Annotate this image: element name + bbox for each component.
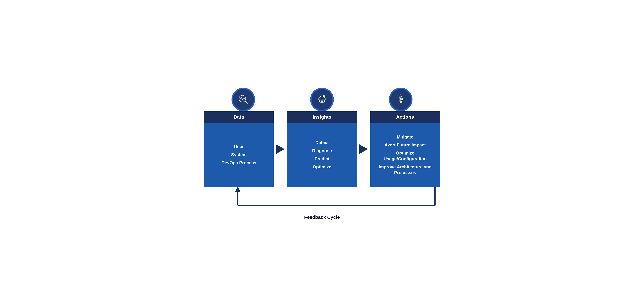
svg-marker-29 — [235, 187, 240, 192]
svg-line-20 — [402, 100, 402, 100]
svg-point-13 — [400, 98, 402, 100]
insights-item-0: Detect — [315, 140, 328, 146]
data-icon-wrapper — [204, 88, 283, 111]
actions-header-text: Actions — [396, 114, 414, 120]
brain-gear-icon — [316, 94, 328, 106]
svg-point-14 — [400, 99, 401, 99]
actions-circle-icon — [389, 88, 412, 111]
lightbulb-gear-icon — [394, 94, 407, 106]
monitor-search-icon — [237, 94, 250, 106]
arrow-data-to-insights — [274, 111, 287, 187]
feedback-section: Feedback Cycle — [204, 187, 440, 217]
diagram-wrapper: Data User System DevOps Process Insights… — [204, 88, 440, 217]
columns-row: Data User System DevOps Process Insights… — [204, 111, 440, 187]
data-column: Data User System DevOps Process — [204, 111, 274, 187]
svg-line-24 — [404, 96, 404, 96]
insights-item-2: Predict — [314, 156, 330, 162]
actions-column: Actions Mitigate Avert Future Impact Opt… — [370, 111, 440, 187]
icons-row — [204, 88, 440, 111]
data-column-header: Data — [204, 111, 274, 123]
data-circle-icon — [232, 88, 255, 111]
actions-item-0: Mitigate — [397, 134, 413, 140]
actions-item-2: Optimize Usage/Configuration — [376, 150, 435, 162]
insights-circle-icon — [310, 88, 334, 111]
insights-column-body: Detect Diagnose Predict Optimize — [287, 123, 357, 187]
data-header-text: Data — [234, 114, 244, 120]
insights-column: Insights Detect Diagnose Predict Optimiz… — [287, 111, 357, 187]
svg-line-21 — [402, 98, 402, 98]
feedback-label: Feedback Cycle — [304, 215, 340, 220]
arrow-insights-to-actions — [357, 111, 370, 187]
actions-icon-wrapper — [361, 88, 440, 111]
insights-column-items: Detect Diagnose Predict Optimize — [312, 140, 332, 170]
svg-line-1 — [245, 101, 247, 103]
data-item-2: DevOps Process — [222, 160, 256, 166]
actions-column-items: Mitigate Avert Future Impact Optimize Us… — [376, 134, 435, 176]
svg-line-19 — [399, 98, 400, 98]
svg-point-3 — [324, 96, 324, 97]
data-column-items: User System DevOps Process — [222, 144, 256, 166]
insights-item-3: Optimize — [313, 164, 331, 170]
actions-column-body: Mitigate Avert Future Impact Optimize Us… — [370, 123, 440, 187]
svg-line-25 — [398, 96, 398, 96]
data-item-1: System — [231, 152, 247, 158]
right-arrow-2 — [360, 144, 368, 154]
actions-item-1: Avert Future Impact — [384, 142, 426, 148]
insights-column-header: Insights — [287, 111, 357, 123]
insights-icon-wrapper — [283, 88, 362, 111]
insights-item-1: Diagnose — [312, 148, 332, 154]
actions-column-header: Actions — [370, 111, 440, 123]
actions-item-3: Improve Architecture and Processes — [376, 164, 435, 176]
insights-header-text: Insights — [312, 114, 331, 120]
right-arrow-1 — [276, 144, 284, 154]
svg-line-22 — [399, 100, 400, 100]
data-column-body: User System DevOps Process — [204, 123, 274, 187]
data-item-0: User — [234, 144, 244, 150]
feedback-arrow-svg — [204, 187, 440, 217]
